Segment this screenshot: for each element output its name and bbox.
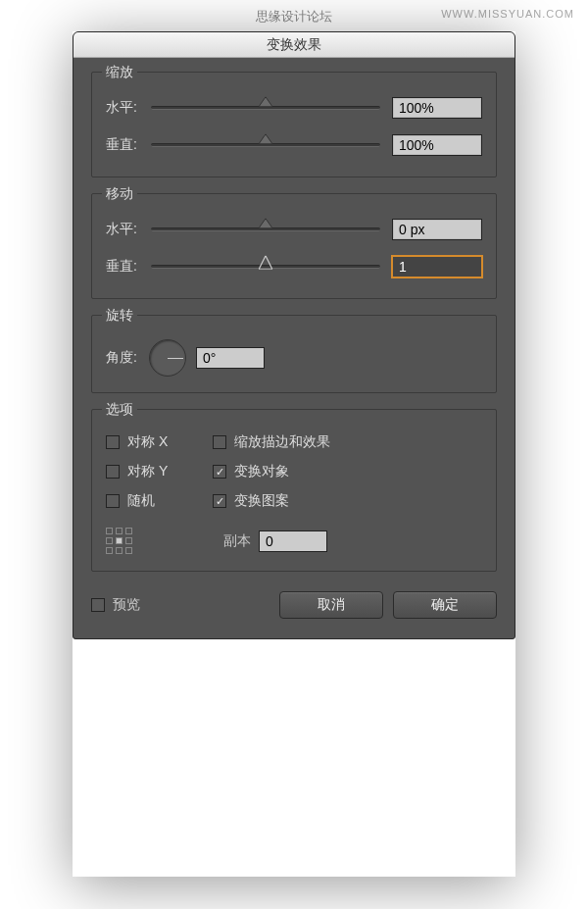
reflect-y-label: 对称 Y (127, 463, 168, 480)
svg-marker-1 (259, 134, 272, 144)
checkbox-icon (106, 435, 120, 449)
dialog-titlebar: 变换效果 (74, 32, 514, 58)
svg-marker-2 (259, 219, 272, 228)
random-label: 随机 (127, 492, 155, 510)
anchor-point-selector[interactable] (106, 528, 133, 555)
move-vertical-label: 垂直: (106, 258, 149, 276)
checkbox-icon (213, 494, 226, 508)
cancel-button[interactable]: 取消 (279, 591, 383, 619)
transform-patterns-checkbox[interactable]: 变换图案 (213, 492, 330, 510)
watermark-url: WWW.MISSYUAN.COM (441, 8, 574, 20)
scale-horizontal-field[interactable]: 100% (392, 97, 482, 119)
move-group-label: 移动 (102, 185, 137, 203)
transform-objects-label: 变换对象 (234, 463, 289, 480)
checkbox-icon (91, 598, 105, 612)
move-vertical-field[interactable]: 1 (392, 256, 482, 278)
preview-checkbox[interactable]: 预览 (91, 596, 270, 614)
checkbox-icon (213, 465, 226, 479)
transform-effect-dialog: 变换效果 缩放 水平: 100% 垂直: (73, 31, 515, 639)
reflect-x-checkbox[interactable]: 对称 X (106, 433, 168, 451)
slider-thumb-icon[interactable] (259, 97, 272, 111)
svg-marker-3 (259, 256, 272, 270)
scale-vertical-slider[interactable] (151, 135, 380, 155)
rotate-group-label: 旋转 (102, 307, 137, 325)
slider-thumb-icon[interactable] (259, 219, 272, 232)
scale-horizontal-slider[interactable] (151, 98, 380, 118)
reflect-y-checkbox[interactable]: 对称 Y (106, 463, 168, 480)
scale-vertical-field[interactable]: 100% (392, 134, 482, 156)
move-horizontal-label: 水平: (106, 221, 149, 238)
scale-horizontal-label: 水平: (106, 99, 149, 117)
random-checkbox[interactable]: 随机 (106, 492, 168, 510)
move-horizontal-slider[interactable] (151, 220, 380, 239)
copies-label: 副本 (223, 532, 251, 550)
checkbox-icon (106, 465, 120, 479)
rotate-group: 旋转 角度: 0° (91, 315, 497, 393)
move-group: 移动 水平: 0 px 垂直: 1 (91, 193, 497, 299)
transform-patterns-label: 变换图案 (234, 492, 289, 510)
checkbox-icon (213, 435, 226, 449)
transform-objects-checkbox[interactable]: 变换对象 (213, 463, 330, 480)
reflect-x-label: 对称 X (127, 433, 168, 451)
angle-label: 角度: (106, 349, 149, 367)
scale-group: 缩放 水平: 100% 垂直: 100 (91, 72, 497, 177)
watermark-site: 思缘设计论坛 (256, 8, 332, 25)
slider-thumb-icon[interactable] (259, 256, 272, 270)
slider-thumb-icon[interactable] (259, 134, 272, 148)
scale-strokes-checkbox[interactable]: 缩放描边和效果 (213, 433, 330, 451)
ok-button[interactable]: 确定 (393, 591, 497, 619)
options-group-label: 选项 (102, 401, 137, 419)
angle-dial[interactable] (149, 339, 186, 377)
move-vertical-slider[interactable] (151, 257, 380, 277)
scale-vertical-label: 垂直: (106, 136, 149, 154)
angle-field[interactable]: 0° (196, 347, 265, 369)
move-horizontal-field[interactable]: 0 px (392, 219, 482, 240)
preview-label: 预览 (113, 596, 140, 614)
dialog-title: 变换效果 (267, 36, 321, 54)
svg-marker-0 (259, 97, 272, 107)
scale-strokes-label: 缩放描边和效果 (234, 433, 330, 451)
scale-group-label: 缩放 (102, 64, 137, 81)
copies-field[interactable]: 0 (259, 530, 327, 552)
options-group: 选项 对称 X 对称 Y 随机 (91, 409, 497, 572)
checkbox-icon (106, 494, 120, 508)
